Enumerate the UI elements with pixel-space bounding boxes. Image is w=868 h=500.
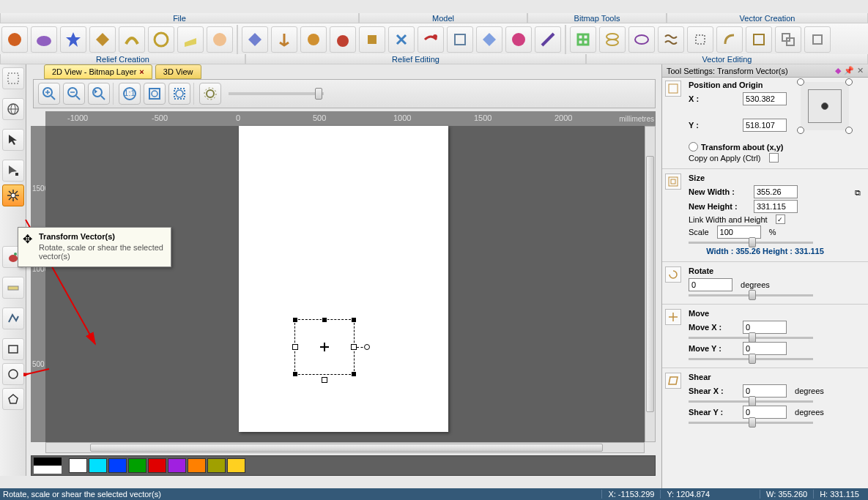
measure-tool[interactable]: [2, 277, 24, 299]
movex-slider[interactable]: [689, 337, 813, 339]
transform-about-radio[interactable]: [689, 142, 698, 152]
vedit-tool-9[interactable]: [804, 26, 831, 53]
selection-center-icon: [320, 343, 329, 351]
scale-slider[interactable]: [689, 242, 813, 244]
swatch-yellow[interactable]: [227, 458, 245, 473]
swatch-white[interactable]: [69, 458, 87, 473]
relief-tool-face[interactable]: [207, 26, 233, 53]
pin-icon[interactable]: ◆: [835, 66, 841, 75]
link-icon[interactable]: ⧉: [855, 188, 861, 198]
zoom-slider[interactable]: [229, 92, 324, 95]
svg-point-17: [607, 40, 618, 45]
x-input[interactable]: [743, 92, 787, 105]
svg-text:1:1: 1:1: [124, 89, 135, 97]
zoom-out-button[interactable]: [63, 83, 85, 105]
edit-tool-3[interactable]: [300, 26, 327, 53]
rotate-slider[interactable]: [689, 294, 813, 296]
new-width-input[interactable]: [754, 185, 798, 198]
ribbon-group-vector-editing: Vector Editing: [586, 54, 868, 64]
edit-tool-11[interactable]: [535, 26, 561, 53]
zoom-sel-button[interactable]: [168, 83, 190, 105]
origin-picker[interactable]: [801, 82, 849, 130]
zoom-in-button[interactable]: [38, 83, 60, 105]
relief-tool-star[interactable]: [60, 26, 86, 53]
pin2-icon[interactable]: 📌: [844, 66, 854, 75]
new-height-input[interactable]: [754, 200, 798, 213]
swatch-green[interactable]: [128, 458, 146, 473]
canvas-2d-view[interactable]: [45, 126, 645, 442]
tab-2d-view[interactable]: 2D View - Bitmap Layer ×: [44, 64, 152, 79]
circle-tool[interactable]: [2, 363, 24, 385]
resize-handle-br[interactable]: [351, 371, 357, 377]
resize-handle-tr[interactable]: [351, 317, 357, 323]
vedit-tool-5[interactable]: [687, 26, 713, 53]
edit-tool-4[interactable]: [330, 26, 356, 53]
relief-tool-diamond[interactable]: [89, 26, 116, 53]
settings-gear-button[interactable]: [199, 83, 221, 105]
edit-tool-8[interactable]: [447, 26, 473, 53]
copy-on-apply-checkbox[interactable]: [769, 153, 779, 163]
resize-handle-tc[interactable]: [322, 317, 327, 323]
svg-rect-45: [9, 346, 18, 353]
resize-handle-tl[interactable]: [292, 317, 298, 323]
polyline-tool[interactable]: [2, 307, 24, 329]
shearx-slider[interactable]: [689, 400, 813, 403]
vedit-tool-1[interactable]: [570, 26, 596, 53]
swatch-blue[interactable]: [108, 458, 127, 473]
size-section-icon: [665, 173, 681, 190]
current-colors[interactable]: [34, 458, 62, 474]
vedit-tool-3[interactable]: [628, 26, 655, 53]
marquee-tool[interactable]: [2, 67, 24, 89]
vedit-tool-6[interactable]: [716, 26, 743, 53]
link-wh-checkbox[interactable]: ✓: [776, 214, 785, 224]
resize-handle-bl[interactable]: [292, 371, 298, 377]
vedit-tool-7[interactable]: [746, 26, 772, 53]
swatch-cyan[interactable]: [89, 458, 107, 473]
sheary-slider[interactable]: [689, 422, 813, 424]
zoom-prev-button[interactable]: [88, 83, 110, 105]
edit-tool-10[interactable]: [505, 26, 532, 53]
swatch-olive[interactable]: [207, 458, 226, 473]
vector-selection[interactable]: [294, 319, 355, 375]
relief-tool-weave[interactable]: [148, 26, 174, 53]
resize-handle-ml[interactable]: [292, 344, 298, 350]
select-tool[interactable]: [2, 129, 24, 151]
swatch-purple[interactable]: [168, 458, 186, 473]
transform-tool[interactable]: [2, 184, 24, 206]
y-input[interactable]: [743, 119, 787, 132]
node-tool[interactable]: [2, 160, 24, 182]
globe-tool[interactable]: [2, 98, 24, 120]
polygon-tool[interactable]: [2, 388, 24, 410]
horizontal-scrollbar[interactable]: [45, 442, 645, 453]
edit-tool-2[interactable]: [271, 26, 297, 53]
svg-marker-2: [66, 32, 81, 47]
resize-handle-mr[interactable]: [351, 344, 357, 350]
edit-tool-7[interactable]: [418, 26, 444, 53]
zoom-fit-button[interactable]: [144, 83, 166, 105]
edit-tool-9[interactable]: [476, 26, 502, 53]
vedit-tool-2[interactable]: [599, 26, 626, 53]
resize-handle-bc[interactable]: [322, 377, 327, 383]
zoom-11-button[interactable]: 1:1: [119, 83, 141, 105]
edit-tool-5[interactable]: [359, 26, 385, 53]
relief-tool-slab[interactable]: [177, 26, 204, 53]
edit-tool-1[interactable]: [242, 26, 268, 53]
svg-rect-12: [455, 34, 465, 45]
vedit-tool-8[interactable]: [775, 26, 801, 53]
swatch-red[interactable]: [148, 458, 166, 473]
vedit-tool-4[interactable]: [658, 26, 684, 53]
edit-tool-6[interactable]: [388, 26, 415, 53]
rotate-handle[interactable]: [364, 344, 370, 350]
rectangle-tool[interactable]: [2, 338, 24, 360]
relief-tool-1[interactable]: [1, 26, 28, 53]
vertical-scrollbar[interactable]: [645, 126, 656, 442]
tab-3d-view[interactable]: 3D View: [155, 64, 201, 79]
close-panel-icon[interactable]: ✕: [857, 66, 864, 75]
relief-tool-2[interactable]: [31, 26, 57, 53]
panel-title: Tool Settings: Transform Vector(s): [667, 67, 788, 75]
swatch-orange[interactable]: [188, 458, 206, 473]
relief-tool-curve[interactable]: [119, 26, 145, 53]
close-icon[interactable]: ×: [139, 67, 144, 76]
movey-slider[interactable]: [689, 358, 813, 360]
rotate-input[interactable]: [689, 278, 732, 291]
